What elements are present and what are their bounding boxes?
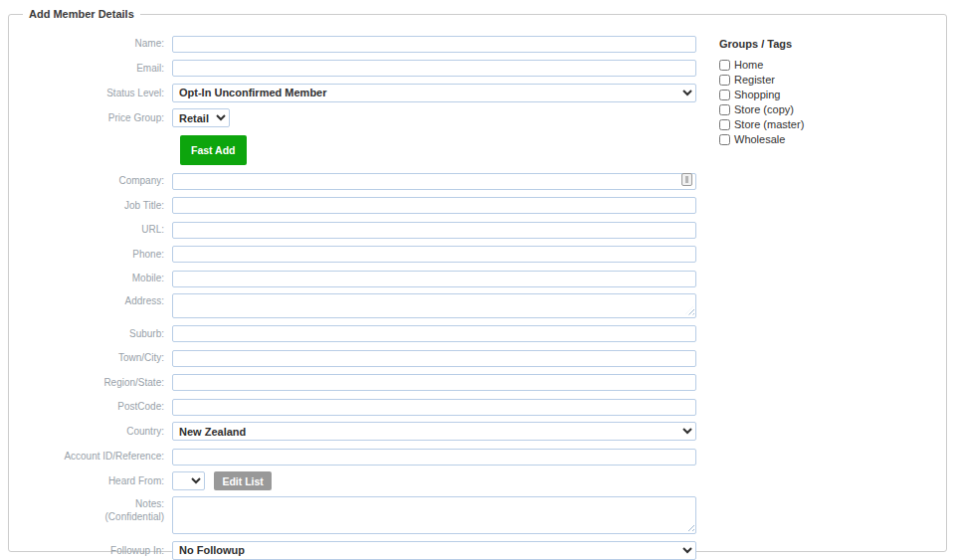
postcode-input[interactable]: [172, 399, 696, 416]
group-checkbox-store-copy[interactable]: Store (copy): [719, 103, 918, 115]
mobile-input[interactable]: [172, 271, 696, 287]
company-label: Company:: [9, 173, 172, 188]
checkbox[interactable]: [719, 60, 730, 71]
price-group-select[interactable]: Retail: [172, 108, 230, 127]
region-state-label: Region/State:: [9, 375, 172, 390]
phone-label: Phone:: [9, 247, 172, 262]
group-checkbox-register[interactable]: Register: [719, 74, 918, 86]
notes-textarea[interactable]: [172, 496, 696, 534]
address-textarea[interactable]: [172, 293, 696, 318]
heard-from-select[interactable]: [172, 471, 205, 490]
mobile-label: Mobile:: [9, 271, 172, 285]
member-form: Name: Email: Status Level: Opt-In Unconf…: [9, 34, 705, 560]
add-member-details-panel: Add Member Details Name: Email: Status L…: [8, 8, 947, 552]
followup-in-select[interactable]: No Followup: [172, 541, 696, 560]
checkbox[interactable]: [719, 104, 730, 115]
name-input[interactable]: [172, 36, 696, 53]
followup-in-label: Followup In:: [9, 543, 172, 558]
group-label: Store (master): [734, 118, 804, 130]
group-checkbox-shopping[interactable]: Shopping: [719, 89, 918, 100]
checkbox[interactable]: [719, 119, 730, 130]
group-label: Store (copy): [734, 103, 794, 115]
group-label: Wholesale: [734, 133, 785, 145]
group-label: Register: [734, 74, 775, 86]
town-city-label: Town/City:: [9, 350, 172, 365]
town-city-input[interactable]: [172, 350, 696, 367]
phone-input[interactable]: [172, 246, 696, 263]
suburb-input[interactable]: [172, 325, 696, 342]
panel-title: Add Member Details: [23, 8, 140, 20]
heard-from-label: Heard From:: [9, 473, 172, 488]
account-id-label: Account ID/Reference:: [9, 449, 172, 464]
checkbox[interactable]: [719, 75, 730, 86]
group-checkbox-wholesale[interactable]: Wholesale: [719, 133, 918, 145]
group-checkbox-store-master[interactable]: Store (master): [719, 118, 918, 130]
price-group-label: Price Group:: [9, 110, 172, 125]
edit-list-button[interactable]: Edit List: [214, 471, 271, 490]
country-select[interactable]: New Zealand: [172, 422, 696, 441]
groups-tags-title: Groups / Tags: [719, 38, 918, 50]
email-input[interactable]: [172, 60, 696, 77]
country-label: Country:: [9, 424, 172, 439]
postcode-label: PostCode:: [9, 399, 172, 414]
status-level-select[interactable]: Opt-In Unconfirmed Member: [172, 84, 696, 102]
region-state-input[interactable]: [172, 374, 696, 391]
checkbox[interactable]: [719, 134, 730, 145]
suburb-label: Suburb:: [9, 326, 172, 341]
fast-add-button[interactable]: Fast Add: [180, 135, 247, 165]
company-input[interactable]: [172, 173, 696, 190]
groups-tags-panel: Groups / Tags HomeRegisterShoppingStore …: [719, 34, 918, 560]
status-level-label: Status Level:: [9, 86, 172, 100]
email-label: Email:: [9, 61, 172, 76]
checkbox[interactable]: [719, 90, 730, 100]
group-checkbox-home[interactable]: Home: [719, 59, 918, 71]
job-title-label: Job Title:: [9, 198, 172, 213]
job-title-input[interactable]: [172, 197, 696, 214]
name-label: Name:: [9, 36, 172, 51]
group-label: Home: [734, 59, 763, 71]
group-label: Shopping: [734, 89, 781, 100]
groups-tags-list: HomeRegisterShoppingStore (copy)Store (m…: [719, 59, 918, 145]
address-label: Address:: [9, 293, 172, 308]
notes-label: Notes: (Confidential): [9, 496, 172, 523]
url-input[interactable]: [172, 222, 696, 239]
account-id-input[interactable]: [172, 449, 696, 466]
url-label: URL:: [9, 222, 172, 237]
company-autofill-icon[interactable]: [681, 173, 692, 186]
